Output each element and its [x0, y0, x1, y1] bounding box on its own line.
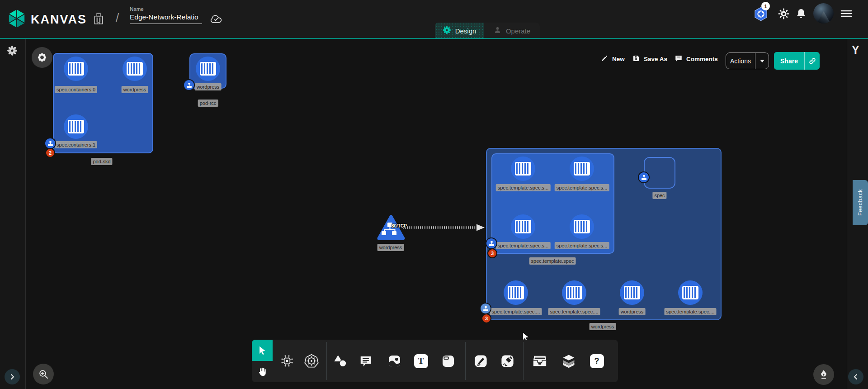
pod-node[interactable]: [511, 157, 535, 181]
node-label: spec.template.spec....: [548, 308, 600, 315]
save-as-button[interactable]: Save As: [632, 54, 667, 64]
kubernetes-tool[interactable]: [304, 353, 319, 369]
network-relationship-badge[interactable]: [480, 303, 491, 314]
node-label: spec.template.spec.s...: [496, 242, 551, 249]
note-tool[interactable]: [440, 353, 456, 369]
kanvas-logo[interactable]: KANVAS: [7, 8, 87, 31]
edge-service-to-deployment[interactable]: [402, 223, 486, 233]
comment-icon: [675, 54, 683, 64]
share-button-label[interactable]: Share: [774, 57, 804, 65]
node-label: wordpress: [619, 308, 646, 315]
comments-button[interactable]: Comments: [675, 54, 718, 64]
node-label: spec.template.spec.s...: [496, 184, 551, 191]
comments-button-label: Comments: [686, 56, 718, 62]
group-label: pod-rcc: [198, 100, 218, 107]
toolbar-divider: [523, 342, 524, 380]
share-split-button[interactable]: Share: [774, 52, 820, 70]
toolbar-divider: [465, 342, 466, 380]
pan-hand-tool[interactable]: [252, 361, 273, 382]
pod-node[interactable]: [562, 280, 586, 305]
node-label: spec.template.spec.s...: [555, 242, 609, 249]
organization-icon[interactable]: [92, 12, 105, 25]
mode-tabs: Design Operate: [435, 23, 540, 39]
header-accent-line: [0, 38, 868, 39]
circuit-design-tool[interactable]: [279, 353, 295, 369]
save-as-button-label: Save As: [644, 56, 667, 62]
node-label: spec.containers.0: [55, 86, 97, 93]
context-count-badge: 1: [761, 2, 770, 10]
error-count-badge[interactable]: 2: [45, 148, 55, 158]
service-node[interactable]: [377, 214, 405, 242]
network-relationship-badge[interactable]: [183, 79, 195, 91]
design-name-input[interactable]: Edge-Network-Relatio: [130, 13, 202, 24]
drawer-tool[interactable]: [532, 353, 547, 369]
operate-person-icon: [493, 26, 502, 36]
network-relationship-badge[interactable]: [638, 171, 650, 183]
image-tool[interactable]: [387, 353, 402, 369]
node-label: spec.containers.1: [55, 141, 97, 148]
canvas-flower-menu-button[interactable]: [32, 47, 52, 68]
help-tool-glyph: ?: [590, 354, 604, 368]
save-icon: [632, 54, 640, 64]
pod-node[interactable]: [570, 157, 594, 181]
group-label: pod-skd: [91, 158, 112, 165]
new-button[interactable]: New: [600, 54, 625, 64]
design-name-field[interactable]: Name Edge-Network-Relatio: [130, 6, 202, 24]
pod-node[interactable]: [123, 57, 147, 81]
help-tool[interactable]: ?: [589, 353, 604, 369]
pen-nib-button[interactable]: [813, 364, 834, 385]
tab-design[interactable]: Design: [435, 23, 484, 39]
kubernetes-context-icon[interactable]: 1: [752, 5, 769, 23]
text-tool-glyph: T: [414, 354, 428, 368]
pod-node[interactable]: [504, 280, 528, 305]
text-tool[interactable]: T: [413, 353, 429, 369]
comment-tool[interactable]: [358, 353, 373, 369]
new-button-label: New: [612, 56, 625, 62]
node-label: wordpress: [122, 86, 148, 93]
zoom-search-button[interactable]: [33, 364, 54, 384]
actions-dropdown-caret[interactable]: [755, 53, 769, 69]
layer5-y-icon[interactable]: Y: [852, 43, 859, 57]
actions-button-label[interactable]: Actions: [726, 57, 755, 65]
network-relationship-badge[interactable]: [486, 237, 497, 249]
edge-port-label: 80/TCP: [392, 223, 407, 228]
node-spec[interactable]: [644, 157, 675, 189]
copy-link-icon[interactable]: [804, 52, 820, 70]
pod-node[interactable]: [64, 57, 88, 81]
pod-node[interactable]: [196, 57, 220, 81]
layers-tool[interactable]: [561, 353, 576, 369]
freehand-draw-tool[interactable]: [500, 353, 515, 369]
node-label: spec.template.spec.s...: [555, 184, 609, 191]
pod-node[interactable]: [570, 214, 594, 239]
pod-node[interactable]: [678, 280, 703, 305]
pod-node[interactable]: [620, 280, 644, 305]
hamburger-menu-icon[interactable]: [839, 7, 854, 20]
expand-left-panel-button[interactable]: [5, 369, 20, 384]
pen-path-tool[interactable]: [473, 353, 488, 369]
actions-split-button[interactable]: Actions: [726, 52, 769, 69]
node-label: wordpress: [377, 244, 404, 251]
error-count-badge[interactable]: 3: [481, 313, 491, 323]
error-count-badge[interactable]: 3: [487, 248, 497, 258]
pod-node[interactable]: [511, 214, 535, 239]
node-label: spec.template.spec....: [490, 308, 542, 315]
group-spec-template-spec[interactable]: [491, 153, 614, 254]
canvas-tools-toolbar: T: [252, 340, 618, 382]
left-rail: [0, 39, 26, 389]
node-label: wordpress: [195, 83, 222, 90]
notifications-bell-icon[interactable]: [794, 6, 808, 21]
group-label: spec.template.spec: [529, 257, 576, 265]
settings-gear-icon[interactable]: [776, 6, 791, 21]
tab-operate-label: Operate: [506, 27, 530, 35]
user-avatar[interactable]: [813, 3, 834, 24]
feedback-tab[interactable]: Feedback: [853, 180, 868, 225]
node-label: spec.template.spec....: [665, 308, 717, 315]
select-tool[interactable]: [252, 340, 273, 361]
collapse-right-panel-button[interactable]: [848, 369, 863, 384]
shapes-tool[interactable]: [332, 353, 348, 369]
pod-node[interactable]: [64, 114, 88, 139]
tab-operate[interactable]: Operate: [484, 23, 540, 39]
pencil-icon: [600, 54, 609, 64]
app-header: KANVAS / Name Edge-Network-Relatio: [0, 0, 868, 38]
history-spiral-icon[interactable]: [6, 44, 19, 57]
